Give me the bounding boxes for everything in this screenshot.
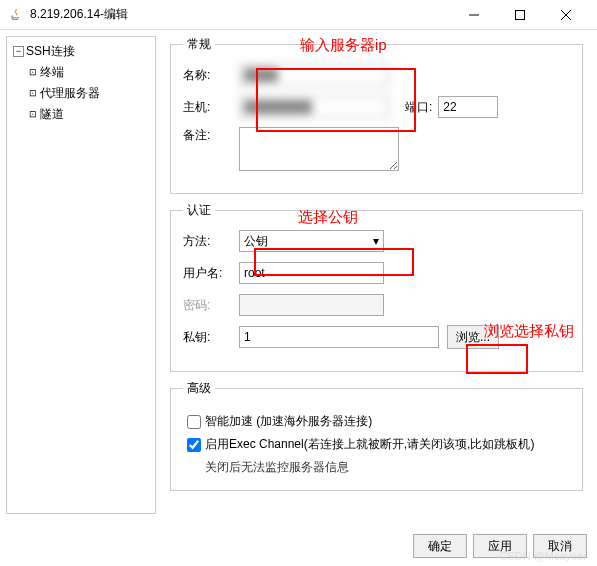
tree-item-proxy[interactable]: ⊡ 代理服务器: [9, 83, 153, 104]
name-label: 名称:: [183, 67, 239, 84]
leaf-icon: ⊡: [27, 109, 38, 120]
collapse-icon[interactable]: −: [13, 46, 24, 57]
advanced-group: 高级 智能加速 (加速海外服务器连接) 启用Exec Channel(若连接上就…: [170, 380, 583, 491]
port-input[interactable]: [438, 96, 498, 118]
general-group: 常规 名称: 主机: 端口: 备注:: [170, 36, 583, 194]
pass-label: 密码:: [183, 297, 239, 314]
key-input[interactable]: [239, 326, 439, 348]
accel-label: 智能加速 (加速海外服务器连接): [205, 413, 372, 430]
tree-label: 代理服务器: [40, 85, 100, 102]
user-input[interactable]: [239, 262, 384, 284]
svg-rect-1: [516, 10, 525, 19]
ok-button[interactable]: 确定: [413, 534, 467, 558]
advanced-legend: 高级: [183, 380, 215, 397]
exec-label: 启用Exec Channel(若连接上就被断开,请关闭该项,比如跳板机): [205, 436, 534, 453]
method-value: 公钥: [244, 233, 268, 250]
close-button[interactable]: [543, 0, 589, 30]
titlebar: 8.219.206.14-编辑: [0, 0, 597, 30]
key-label: 私钥:: [183, 329, 239, 346]
sidebar: − SSH连接 ⊡ 终端 ⊡ 代理服务器 ⊡ 隧道: [6, 36, 156, 514]
tree-item-terminal[interactable]: ⊡ 终端: [9, 62, 153, 83]
main-area: − SSH连接 ⊡ 终端 ⊡ 代理服务器 ⊡ 隧道 常规 名称: 主机: 端口:: [0, 30, 597, 520]
remark-input[interactable]: [239, 127, 399, 171]
leaf-icon: ⊡: [27, 67, 38, 78]
tree-root-ssh[interactable]: − SSH连接: [9, 41, 153, 62]
general-legend: 常规: [183, 36, 215, 53]
accel-checkbox[interactable]: [187, 415, 201, 429]
chevron-down-icon: ▾: [373, 234, 379, 248]
auth-legend: 认证: [183, 202, 215, 219]
browse-button[interactable]: 浏览...: [447, 325, 499, 349]
user-label: 用户名:: [183, 265, 239, 282]
auth-group: 认证 方法: 公钥 ▾ 用户名: 密码: 私钥: 浏览...: [170, 202, 583, 372]
tree-label: 终端: [40, 64, 64, 81]
content-panel: 常规 名称: 主机: 端口: 备注: 认证 方法: 公钥: [162, 36, 591, 514]
watermark: CSDN @Mcayear: [499, 550, 587, 562]
tree-label: SSH连接: [26, 43, 75, 60]
leaf-icon: ⊡: [27, 88, 38, 99]
maximize-button[interactable]: [497, 0, 543, 30]
window-title: 8.219.206.14-编辑: [30, 6, 451, 23]
pass-input: [239, 294, 384, 316]
minimize-button[interactable]: [451, 0, 497, 30]
host-input[interactable]: [239, 96, 389, 118]
remark-label: 备注:: [183, 127, 239, 144]
exec-checkbox[interactable]: [187, 438, 201, 452]
advanced-note: 关闭后无法监控服务器信息: [205, 459, 570, 476]
tree-label: 隧道: [40, 106, 64, 123]
java-icon: [8, 7, 24, 23]
host-label: 主机:: [183, 99, 239, 116]
method-label: 方法:: [183, 233, 239, 250]
method-select[interactable]: 公钥 ▾: [239, 230, 384, 252]
tree-item-tunnel[interactable]: ⊡ 隧道: [9, 104, 153, 125]
name-input[interactable]: [239, 64, 389, 86]
port-label: 端口:: [405, 99, 432, 116]
